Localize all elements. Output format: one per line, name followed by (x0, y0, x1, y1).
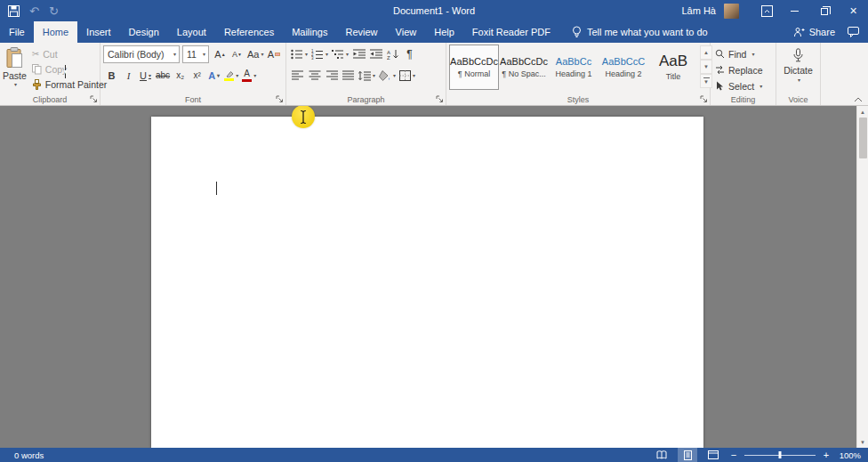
bullets-dropdown-icon: ▾ (305, 52, 308, 57)
dictate-label: Dictate (784, 65, 813, 76)
tab-insert[interactable]: Insert (77, 21, 120, 43)
superscript-button[interactable]: x² (189, 67, 205, 85)
paste-button[interactable]: Paste ▾ (3, 45, 27, 93)
change-case-button[interactable]: Aa▾ (245, 45, 265, 63)
style-normal[interactable]: AaBbCcDc ¶ Normal (449, 45, 499, 90)
vertical-scrollbar[interactable]: ▲ ▼ (856, 106, 868, 448)
align-center-icon (309, 70, 321, 81)
close-button[interactable]: × (839, 0, 868, 21)
find-button[interactable]: Find ▾ (713, 46, 765, 61)
borders-button[interactable]: ▾ (398, 67, 417, 85)
line-spacing-dropdown-icon: ▾ (373, 73, 375, 78)
align-left-button[interactable] (289, 67, 306, 85)
paragraph-group-label: Paragraph (286, 95, 446, 104)
tell-me-box[interactable]: Tell me what you want to do (563, 21, 717, 43)
copy-button[interactable]: Copy (29, 61, 109, 77)
styles-dialog-launcher-icon[interactable] (700, 95, 708, 103)
web-layout-icon (708, 450, 719, 459)
ribbon-display-options-icon[interactable] (753, 0, 780, 21)
collapse-ribbon-icon[interactable] (854, 97, 863, 102)
customize-qat-icon[interactable]: ▾ (65, 65, 66, 78)
show-formatting-button[interactable]: ¶ (401, 45, 418, 63)
clipboard-group-label: Clipboard (0, 95, 100, 104)
zoom-level[interactable]: 100% (837, 450, 861, 460)
zoom-slider[interactable] (744, 448, 816, 462)
read-mode-button[interactable] (652, 448, 671, 462)
scroll-down-icon[interactable]: ▼ (857, 436, 868, 448)
grow-font-button[interactable]: A▲ (212, 45, 229, 63)
scroll-up-icon[interactable]: ▲ (857, 106, 868, 118)
paragraph-group: ▾ 123 ▾ ▾ AZ ¶ (286, 43, 446, 105)
tab-references[interactable]: References (215, 21, 283, 43)
shading-button[interactable]: ▾ (377, 67, 398, 85)
tab-mailings[interactable]: Mailings (283, 21, 336, 43)
replace-button[interactable]: Replace (713, 62, 765, 77)
borders-icon (399, 70, 411, 81)
share-button[interactable]: Share (793, 27, 835, 37)
tab-foxit-reader-pdf[interactable]: Foxit Reader PDF (463, 21, 559, 43)
decrease-indent-button[interactable] (350, 45, 367, 63)
shrink-font-button[interactable]: A▼ (229, 45, 245, 63)
style-no-spacing[interactable]: AaBbCcDc ¶ No Spac... (499, 45, 549, 90)
tab-home[interactable]: Home (34, 21, 77, 43)
justify-button[interactable] (340, 67, 357, 85)
document-page[interactable] (151, 117, 703, 448)
underline-button[interactable]: U▾ (137, 67, 154, 85)
user-name[interactable]: Lâm Hà (681, 5, 716, 16)
font-color-bar (242, 79, 252, 82)
styles-group-label: Styles (446, 95, 710, 104)
text-effects-button[interactable]: A▾ (205, 67, 222, 85)
font-size-combobox[interactable]: 11 ▾ (182, 45, 209, 63)
style-heading-2[interactable]: AaBbCcC Heading 2 (599, 45, 648, 90)
cut-button[interactable]: ✂ Cut (29, 46, 109, 61)
undo-icon[interactable]: ↶ (29, 5, 39, 17)
bullets-button[interactable]: ▾ (289, 45, 309, 63)
avatar[interactable] (724, 4, 739, 19)
align-right-button[interactable] (323, 67, 340, 85)
select-button[interactable]: Select ▾ (713, 78, 765, 93)
zoom-in-button[interactable]: + (822, 450, 831, 460)
word-count[interactable]: 0 words (0, 450, 44, 460)
tab-layout[interactable]: Layout (168, 21, 215, 43)
paste-dropdown-icon: ▾ (14, 82, 17, 87)
font-color-letter: A (244, 69, 250, 78)
redo-icon[interactable]: ↻ (49, 5, 59, 17)
clear-formatting-button[interactable]: A (265, 45, 282, 63)
tab-view[interactable]: View (387, 21, 426, 43)
multilevel-dropdown-icon: ▾ (346, 52, 349, 57)
tab-file[interactable]: File (0, 21, 34, 43)
bold-button[interactable]: B (103, 67, 120, 85)
increase-indent-button[interactable] (367, 45, 384, 63)
tab-review[interactable]: Review (337, 21, 387, 43)
style-heading-1[interactable]: AaBbCc Heading 1 (549, 45, 599, 90)
text-highlight-button[interactable]: ▾ (222, 67, 240, 85)
scrollbar-thumb[interactable] (859, 118, 867, 158)
tab-help[interactable]: Help (425, 21, 463, 43)
line-spacing-button[interactable]: ▾ (357, 67, 377, 85)
print-layout-button[interactable] (678, 448, 697, 462)
font-color-button[interactable]: A ▾ (240, 67, 258, 85)
style-title[interactable]: AaB Title (648, 45, 698, 90)
strikethrough-button[interactable]: abc (154, 67, 172, 85)
dictate-button[interactable]: Dictate ▾ (779, 45, 817, 83)
subscript-button[interactable]: x₂ (172, 67, 189, 85)
font-name-combobox[interactable]: Calibri (Body) ▾ (103, 45, 180, 63)
comments-button[interactable] (848, 27, 859, 37)
web-layout-button[interactable] (703, 448, 723, 462)
zoom-thumb[interactable] (779, 451, 782, 458)
copy-icon (32, 64, 42, 75)
minimize-button[interactable] (780, 0, 809, 21)
font-dialog-launcher-icon[interactable] (276, 95, 284, 103)
format-painter-button[interactable]: Format Painter (29, 77, 109, 92)
restore-button[interactable] (809, 0, 839, 21)
sort-button[interactable]: AZ (384, 45, 401, 63)
italic-button[interactable]: I (120, 67, 137, 85)
multilevel-list-button[interactable]: ▾ (330, 45, 350, 63)
clipboard-dialog-launcher-icon[interactable] (90, 95, 98, 103)
paragraph-dialog-launcher-icon[interactable] (436, 95, 444, 103)
align-center-button[interactable] (306, 67, 323, 85)
tab-design[interactable]: Design (120, 21, 168, 43)
numbering-button[interactable]: 123 ▾ (309, 45, 330, 63)
zoom-out-button[interactable]: − (729, 450, 738, 460)
save-icon[interactable] (8, 5, 20, 17)
